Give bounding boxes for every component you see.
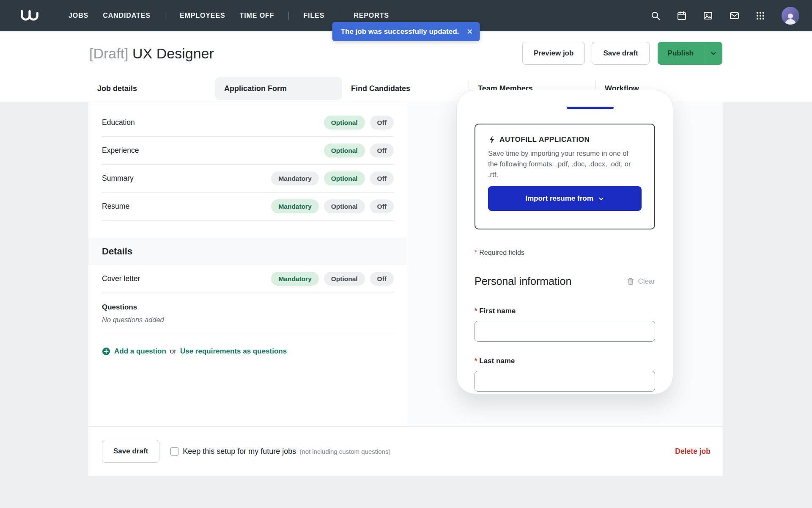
option-optional[interactable]: Optional <box>324 199 365 213</box>
option-off[interactable]: Off <box>370 171 394 185</box>
tab-find-candidates[interactable]: Find Candidates <box>342 77 469 100</box>
search-icon[interactable] <box>650 10 661 21</box>
nav-item-candidates[interactable]: CANDIDATES <box>103 12 151 19</box>
personal-information-title: Personal information <box>475 275 571 287</box>
toast-close-icon[interactable]: ✕ <box>466 28 473 36</box>
success-toast: The job was successfully updated. ✕ <box>332 22 480 41</box>
personal-information-header: Personal information Clear <box>475 275 655 287</box>
nav-item-reports[interactable]: REPORTS <box>354 12 389 19</box>
last-name-label-text: Last name <box>479 357 515 365</box>
content-row: Education Optional Off Experience Option… <box>88 102 723 426</box>
row-options: Mandatory Optional Off <box>271 199 394 213</box>
save-draft-button-header[interactable]: Save draft <box>592 42 649 65</box>
publish-split-button: Publish <box>658 42 722 65</box>
lightning-bolt-icon <box>488 135 496 144</box>
phone-mockup: AUTOFILL APPLICATION Save time by import… <box>456 90 673 394</box>
nav-item-files[interactable]: FILES <box>303 12 324 19</box>
option-optional[interactable]: Optional <box>324 144 365 157</box>
first-name-input[interactable] <box>475 321 655 342</box>
details-heading: Details <box>102 246 132 257</box>
import-resume-label: Import resume from <box>525 194 593 203</box>
row-options: Optional Off <box>324 144 394 157</box>
option-mandatory[interactable]: Mandatory <box>271 272 318 286</box>
option-off[interactable]: Off <box>370 144 394 157</box>
first-name-label: *First name <box>475 307 655 315</box>
application-form-card: Education Optional Off Experience Option… <box>88 102 723 476</box>
person-silhouette-icon <box>783 12 798 25</box>
toast-message: The job was successfully updated. <box>341 28 459 36</box>
autofill-description: Save time by importing your resume in on… <box>488 148 634 180</box>
logo-mark <box>19 8 41 23</box>
job-title-text: UX Designer <box>132 45 214 61</box>
required-asterisk: * <box>475 249 477 256</box>
nav-item-employees[interactable]: EMPLOYEES <box>180 12 225 19</box>
keep-setup-checkbox-wrap: Keep this setup for my future jobs (not … <box>170 447 390 456</box>
keep-setup-checkbox[interactable] <box>170 447 178 456</box>
clear-label: Clear <box>638 277 655 286</box>
nav-separator <box>165 11 165 20</box>
workable-logo[interactable] <box>19 8 41 23</box>
form-row-experience: Experience Optional Off <box>102 137 394 165</box>
required-note-text: Required fields <box>479 249 524 256</box>
row-options: Optional Off <box>324 116 394 130</box>
job-tabs: Job details Application Form Find Candid… <box>0 75 812 102</box>
nav-separator <box>339 11 339 20</box>
questions-empty-text: No questions added <box>102 316 394 324</box>
preview-job-button[interactable]: Preview job <box>522 42 585 65</box>
page-title: [Draft] UX Designer <box>89 45 214 62</box>
preview-tab-indicator <box>567 107 614 109</box>
last-name-input[interactable] <box>475 371 655 392</box>
draft-prefix: [Draft] <box>89 45 129 61</box>
add-circle-icon[interactable] <box>102 347 110 356</box>
tab-job-details[interactable]: Job details <box>88 77 215 100</box>
image-icon[interactable] <box>703 10 714 21</box>
mail-icon[interactable] <box>729 10 740 21</box>
required-asterisk: * <box>475 357 477 364</box>
import-resume-button[interactable]: Import resume from <box>488 186 642 211</box>
apps-grid-icon[interactable] <box>755 10 766 21</box>
option-off[interactable]: Off <box>370 116 394 130</box>
row-label: Education <box>102 118 135 127</box>
required-fields-note: *Required fields <box>475 249 655 257</box>
row-label: Resume <box>102 202 129 211</box>
keep-setup-note: (not including custom questions) <box>299 448 390 455</box>
conjunction-text: or <box>170 347 176 356</box>
user-avatar[interactable] <box>782 7 799 25</box>
option-optional[interactable]: Optional <box>324 171 365 185</box>
option-mandatory[interactable]: Mandatory <box>271 199 318 213</box>
delete-job-link[interactable]: Delete job <box>675 447 710 456</box>
publish-button[interactable]: Publish <box>658 42 704 65</box>
form-row-summary: Summary Mandatory Optional Off <box>102 165 394 193</box>
option-off[interactable]: Off <box>370 199 394 213</box>
form-row-resume: Resume Mandatory Optional Off <box>102 193 394 221</box>
tab-label: Job details <box>97 84 137 93</box>
row-options: Mandatory Optional Off <box>271 272 394 286</box>
publish-dropdown-button[interactable] <box>704 42 722 65</box>
option-optional[interactable]: Optional <box>324 272 365 286</box>
add-question-link[interactable]: Add a question <box>114 347 166 356</box>
autofill-header: AUTOFILL APPLICATION <box>488 135 642 144</box>
nav-utilities <box>650 7 799 25</box>
use-requirements-link[interactable]: Use requirements as questions <box>180 347 287 356</box>
nav-item-time-off[interactable]: TIME OFF <box>240 12 274 19</box>
autofill-title: AUTOFILL APPLICATION <box>499 135 590 144</box>
option-optional[interactable]: Optional <box>324 116 365 130</box>
save-draft-button-footer[interactable]: Save draft <box>102 440 159 463</box>
option-off[interactable]: Off <box>370 272 394 286</box>
row-options: Mandatory Optional Off <box>271 171 394 185</box>
header-actions: Preview job Save draft Publish <box>522 42 722 65</box>
nav-item-jobs[interactable]: JOBS <box>69 12 88 19</box>
tab-label: Application Form <box>224 84 287 93</box>
option-mandatory[interactable]: Mandatory <box>271 171 318 185</box>
form-settings-panel: Education Optional Off Experience Option… <box>88 102 407 426</box>
form-footer-bar: Save draft Keep this setup for my future… <box>88 426 723 476</box>
tab-label: Find Candidates <box>351 84 410 93</box>
last-name-label: *Last name <box>475 357 655 365</box>
clear-section-button[interactable]: Clear <box>627 277 655 286</box>
nav-menu: JOBS CANDIDATES EMPLOYEES TIME OFF FILES… <box>69 11 389 20</box>
trash-icon <box>627 277 634 285</box>
form-row-education: Education Optional Off <box>102 109 394 137</box>
calendar-icon[interactable] <box>677 10 688 21</box>
tab-application-form[interactable]: Application Form <box>215 77 342 100</box>
details-section-header: Details <box>88 237 407 265</box>
